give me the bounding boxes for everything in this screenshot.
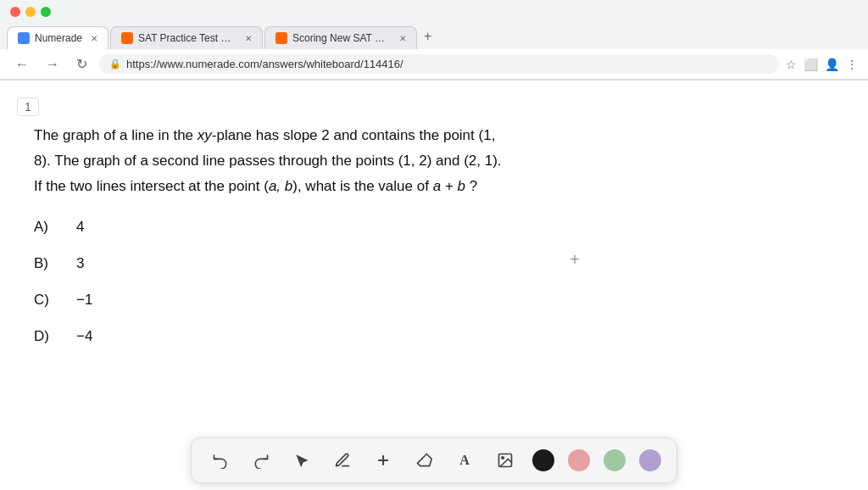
color-green-button[interactable] bbox=[604, 449, 626, 471]
traffic-lights bbox=[10, 7, 51, 17]
reload-button[interactable]: ↻ bbox=[71, 54, 92, 74]
option-d-value: −4 bbox=[76, 325, 92, 349]
text-icon: A bbox=[459, 453, 470, 468]
option-b: B) 3 bbox=[34, 252, 509, 276]
eraser-button[interactable] bbox=[410, 447, 437, 474]
new-tab-button[interactable]: + bbox=[419, 24, 437, 49]
title-bar bbox=[0, 0, 868, 24]
question-expr-var: a + b bbox=[433, 178, 465, 194]
undo-icon bbox=[212, 452, 229, 469]
image-button[interactable] bbox=[492, 447, 519, 474]
options-list: A) 4 B) 3 C) −1 D) −4 bbox=[34, 215, 509, 349]
tab-close-scoring[interactable]: ✕ bbox=[399, 34, 406, 43]
menu-icon[interactable]: ⋮ bbox=[846, 58, 858, 71]
option-c-value: −1 bbox=[76, 288, 92, 313]
select-icon bbox=[293, 452, 310, 469]
nav-icons: ☆ ⬜ 👤 ⋮ bbox=[786, 58, 858, 71]
option-c: C) −1 bbox=[34, 288, 509, 313]
svg-point-3 bbox=[502, 457, 504, 459]
plus-icon bbox=[375, 452, 392, 469]
pen-button[interactable] bbox=[329, 447, 356, 474]
option-a: A) 4 bbox=[34, 215, 509, 240]
tab-close-numerade[interactable]: ✕ bbox=[91, 34, 97, 43]
image-icon bbox=[497, 452, 514, 469]
tab-sat2[interactable]: SAT Practice Test #2 | SAT Su... ✕ bbox=[110, 26, 263, 49]
pen-icon bbox=[334, 452, 351, 469]
question-area: The graph of a line in the xy-plane has … bbox=[34, 123, 509, 349]
tab-favicon-numerade bbox=[18, 32, 30, 44]
tab-label-numerade: Numerade bbox=[35, 32, 82, 44]
redo-button[interactable] bbox=[248, 447, 275, 474]
question-xy-var: xy bbox=[198, 127, 212, 143]
option-c-label: C) bbox=[34, 288, 59, 313]
nav-bar: ← → ↻ 🔒 https://www.numerade.com/answers… bbox=[0, 49, 868, 80]
maximize-button[interactable] bbox=[41, 7, 51, 17]
question-text-part1: The graph of a line in the bbox=[34, 127, 198, 143]
tab-label-scoring: Scoring New SAT Practice Tes... bbox=[292, 32, 391, 44]
tab-close-sat2[interactable]: ✕ bbox=[245, 34, 252, 43]
option-a-label: A) bbox=[34, 215, 59, 240]
question-text-part4: ? bbox=[465, 178, 477, 194]
add-shape-button[interactable] bbox=[370, 447, 397, 474]
color-purple-button[interactable] bbox=[639, 449, 661, 471]
page-number: 1 bbox=[17, 97, 39, 116]
option-a-value: 4 bbox=[76, 215, 84, 240]
cast-icon[interactable]: ⬜ bbox=[804, 58, 818, 71]
address-bar[interactable]: 🔒 https://www.numerade.com/answers/white… bbox=[99, 54, 779, 74]
tab-numerade[interactable]: Numerade ✕ bbox=[7, 26, 108, 49]
page-content: 1 The graph of a line in the xy-plane ha… bbox=[0, 81, 868, 490]
color-black-button[interactable] bbox=[532, 449, 554, 471]
profile-icon[interactable]: 👤 bbox=[825, 58, 839, 71]
tab-favicon-scoring bbox=[275, 32, 287, 44]
browser-chrome: Numerade ✕ SAT Practice Test #2 | SAT Su… bbox=[0, 0, 868, 81]
color-pink-button[interactable] bbox=[568, 449, 590, 471]
redo-icon bbox=[253, 452, 270, 469]
add-content-button[interactable]: + bbox=[570, 250, 580, 270]
lock-icon: 🔒 bbox=[109, 58, 121, 70]
text-button[interactable]: A bbox=[451, 447, 478, 474]
option-b-label: B) bbox=[34, 252, 59, 276]
tab-scoring[interactable]: Scoring New SAT Practice Tes... ✕ bbox=[264, 26, 417, 49]
undo-button[interactable] bbox=[207, 447, 234, 474]
eraser-icon bbox=[415, 452, 432, 469]
question-text-part3: ), what is the value of bbox=[292, 178, 432, 194]
question-text: The graph of a line in the xy-plane has … bbox=[34, 123, 509, 198]
close-button[interactable] bbox=[10, 7, 20, 17]
option-b-value: 3 bbox=[76, 252, 84, 276]
back-button[interactable]: ← bbox=[10, 55, 34, 74]
bookmark-icon[interactable]: ☆ bbox=[786, 58, 797, 71]
tabs-bar: Numerade ✕ SAT Practice Test #2 | SAT Su… bbox=[0, 24, 868, 49]
forward-button[interactable]: → bbox=[41, 55, 64, 74]
drawing-toolbar: A bbox=[191, 437, 677, 483]
tab-favicon-sat2 bbox=[121, 32, 133, 44]
address-text: https://www.numerade.com/answers/whitebo… bbox=[126, 58, 769, 70]
tab-label-sat2: SAT Practice Test #2 | SAT Su... bbox=[138, 32, 236, 44]
minimize-button[interactable] bbox=[25, 7, 36, 17]
option-d: D) −4 bbox=[34, 325, 509, 349]
question-ab-var: a, b bbox=[269, 178, 292, 194]
select-button[interactable] bbox=[288, 447, 315, 474]
option-d-label: D) bbox=[34, 325, 59, 349]
